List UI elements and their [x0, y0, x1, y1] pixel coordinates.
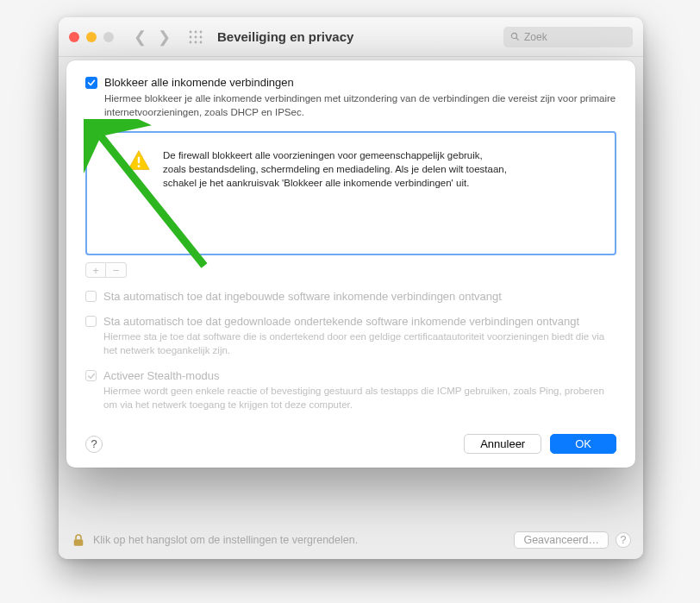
- cancel-button[interactable]: Annuleer: [464, 434, 541, 454]
- search-placeholder: Zoek: [524, 31, 547, 43]
- firewall-options-sheet: Blokkeer alle inkomende verbindingen Hie…: [66, 60, 635, 468]
- svg-point-9: [511, 33, 516, 38]
- block-all-checkbox[interactable]: [85, 77, 97, 89]
- apps-list[interactable]: De firewall blokkeert alle voorzieningen…: [85, 131, 616, 255]
- remove-button[interactable]: −: [106, 262, 127, 278]
- svg-point-1: [195, 30, 197, 33]
- svg-point-2: [200, 30, 203, 33]
- stealth-description: Hiermee wordt geen enkele reactie of bev…: [103, 385, 616, 411]
- svg-point-4: [195, 35, 197, 38]
- traffic-lights: [69, 32, 114, 42]
- zoom-window-button[interactable]: [103, 32, 114, 42]
- svg-line-10: [516, 38, 519, 41]
- svg-point-8: [200, 41, 203, 43]
- help-icon[interactable]: ?: [616, 532, 631, 548]
- auto-signed-checkbox: [85, 316, 97, 327]
- svg-point-0: [190, 30, 192, 33]
- warning-text: De firewall blokkeert alle voorzieningen…: [163, 148, 508, 190]
- svg-point-7: [195, 41, 197, 43]
- window-title: Beveiliging en privacy: [217, 29, 353, 44]
- lock-icon[interactable]: [71, 532, 86, 548]
- back-button[interactable]: ❮: [129, 28, 150, 47]
- titlebar: ❮ ❯ Beveiliging en privacy Zoek: [59, 17, 643, 57]
- show-all-icon[interactable]: [186, 28, 205, 47]
- auto-signed-label: Sta automatisch toe dat gedownloade onde…: [103, 315, 579, 328]
- block-all-label: Blokkeer alle inkomende verbindingen: [104, 76, 294, 89]
- svg-point-5: [200, 35, 203, 38]
- minimize-window-button[interactable]: [86, 32, 97, 42]
- svg-rect-12: [138, 157, 140, 164]
- auto-builtin-checkbox: [85, 291, 97, 302]
- help-button[interactable]: ?: [85, 436, 103, 453]
- svg-point-13: [138, 165, 141, 167]
- advanced-button[interactable]: Geavanceerd…: [514, 531, 609, 549]
- ok-button[interactable]: OK: [550, 434, 616, 454]
- stealth-checkbox: [85, 370, 97, 381]
- svg-point-3: [190, 35, 192, 38]
- auto-signed-description: Hiermee sta je toe dat software die is o…: [103, 330, 616, 357]
- block-all-description: Hiermee blokkeer je alle inkomende verbi…: [104, 92, 616, 119]
- warning-icon: [127, 148, 151, 173]
- stealth-label: Activeer Stealth-modus: [103, 369, 219, 382]
- search-icon: [510, 32, 520, 41]
- close-window-button[interactable]: [69, 32, 79, 42]
- forward-button[interactable]: ❯: [153, 28, 174, 47]
- lock-text: Klik op het hangslot om de instellingen …: [93, 534, 507, 546]
- add-button[interactable]: +: [85, 262, 106, 278]
- auto-builtin-label: Sta automatisch toe dat ingebouwde softw…: [103, 290, 502, 303]
- search-field[interactable]: Zoek: [503, 27, 633, 47]
- svg-rect-11: [74, 539, 84, 546]
- svg-point-6: [190, 41, 192, 43]
